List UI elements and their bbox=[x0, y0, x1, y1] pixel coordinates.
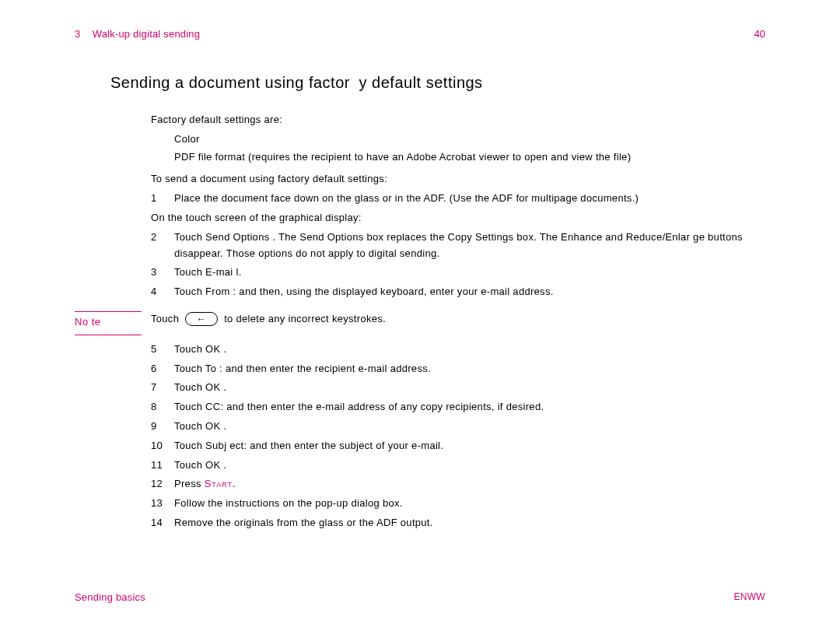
step-number: 11 bbox=[151, 457, 174, 474]
section-title: Sending a document using factor y defaul… bbox=[110, 74, 765, 92]
step-row: 2 Touch Send Options . The Send Options … bbox=[151, 230, 765, 262]
step-text: Touch From : and then, using the display… bbox=[174, 284, 765, 300]
step-number: 4 bbox=[151, 284, 174, 300]
step-text: Remove the originals from the glass or t… bbox=[174, 515, 765, 531]
step-row: 9 Touch OK . bbox=[151, 419, 765, 435]
bullet-item: Color bbox=[174, 131, 765, 148]
step-number: 10 bbox=[151, 438, 174, 454]
step-row: 12 Press Start. bbox=[151, 476, 765, 493]
note-pre-text: Touch bbox=[151, 311, 179, 328]
document-page: 3 Walk-up digital sending 40 Sending a d… bbox=[0, 0, 840, 631]
step12-pre: Press bbox=[174, 478, 205, 489]
step-row: 4 Touch From : and then, using the displ… bbox=[151, 284, 765, 300]
step-text: Press Start. bbox=[174, 476, 765, 493]
step-row: 7 Touch OK . bbox=[151, 380, 765, 396]
step-text: Touch Send Options . The Send Options bo… bbox=[174, 230, 765, 262]
chapter-number: 3 bbox=[75, 28, 80, 40]
step-number: 2 bbox=[151, 230, 174, 262]
step-number: 1 bbox=[151, 191, 174, 207]
step12-post: . bbox=[233, 478, 236, 489]
step-row: 11 Touch OK . bbox=[151, 457, 765, 474]
page-header: 3 Walk-up digital sending 40 bbox=[75, 28, 765, 40]
footer-left: Sending basics bbox=[75, 591, 145, 603]
step-number: 13 bbox=[151, 496, 174, 512]
step-row: 5 Touch OK . bbox=[151, 342, 765, 358]
note-label: No te bbox=[75, 311, 142, 335]
step-text: Touch E-mai l. bbox=[174, 265, 765, 281]
footer-right: ENWW bbox=[733, 591, 765, 603]
step-text: Touch CC: and then enter the e-mail addr… bbox=[174, 399, 765, 415]
bullet-list: Color PDF file format (requires the reci… bbox=[174, 131, 765, 166]
step-text: Touch Subj ect: and then enter the subje… bbox=[174, 438, 765, 454]
arrow-left-icon: ← bbox=[197, 314, 206, 324]
step-number: 14 bbox=[151, 515, 174, 531]
step-number: 9 bbox=[151, 419, 174, 435]
step-row: 14 Remove the originals from the glass o… bbox=[151, 515, 765, 531]
step-row: 3 Touch E-mai l. bbox=[151, 265, 765, 281]
subheading: On the touch screen of the graphical dis… bbox=[151, 210, 765, 226]
step-row: 1 Place the document face down on the gl… bbox=[151, 191, 765, 207]
note-post-text: to delete any incorrect keystrokes. bbox=[224, 311, 386, 328]
bullet-item: PDF file format (requires the recipient … bbox=[174, 149, 765, 166]
body-content: Factory default settings are: Color PDF … bbox=[151, 112, 765, 531]
step-text: Touch OK . bbox=[174, 380, 765, 396]
step-row: 8 Touch CC: and then enter the e-mail ad… bbox=[151, 399, 765, 415]
step-number: 7 bbox=[151, 380, 174, 396]
step-number: 6 bbox=[151, 361, 174, 377]
step-number: 8 bbox=[151, 399, 174, 415]
step-number: 5 bbox=[151, 342, 174, 358]
chapter-title: Walk-up digital sending bbox=[93, 28, 201, 40]
start-keyword: Start bbox=[205, 478, 233, 489]
step-text: Touch OK . bbox=[174, 419, 765, 435]
page-footer: Sending basics ENWW bbox=[75, 591, 765, 603]
step-text: Follow the instructions on the pop-up di… bbox=[174, 496, 765, 512]
backspace-icon: ← bbox=[185, 312, 218, 326]
header-left: 3 Walk-up digital sending bbox=[75, 28, 200, 40]
step-row: 10 Touch Subj ect: and then enter the su… bbox=[151, 438, 765, 454]
step-number: 3 bbox=[151, 265, 174, 281]
note-block: No te Touch ← to delete any incorrect ke… bbox=[151, 311, 765, 328]
step-number: 12 bbox=[151, 476, 174, 493]
step-row: 6 Touch To : and then enter the recipien… bbox=[151, 361, 765, 377]
subheading: To send a document using factory default… bbox=[151, 171, 765, 188]
step-text: Touch OK . bbox=[174, 457, 765, 474]
step-row: 13 Follow the instructions on the pop-up… bbox=[151, 496, 765, 512]
step-text: Touch OK . bbox=[174, 342, 765, 358]
note-body: Touch ← to delete any incorrect keystrok… bbox=[151, 311, 765, 328]
page-number: 40 bbox=[754, 28, 765, 40]
step-text: Place the document face down on the glas… bbox=[174, 191, 765, 207]
intro-text: Factory default settings are: bbox=[151, 112, 765, 128]
step-text: Touch To : and then enter the recipient … bbox=[174, 361, 765, 377]
